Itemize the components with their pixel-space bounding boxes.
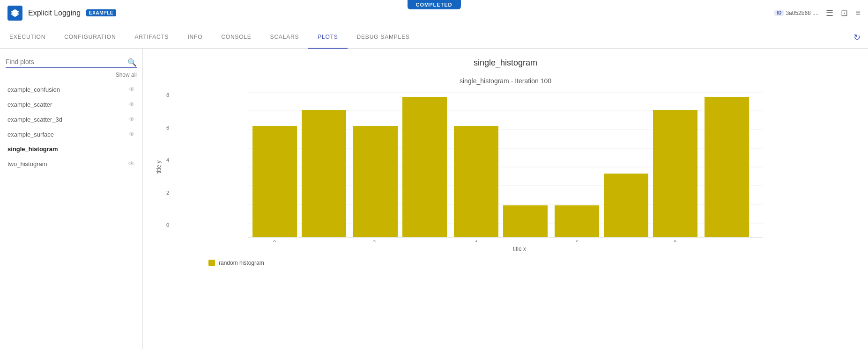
layout-icon[interactable]: ⊡ xyxy=(841,8,848,18)
eye-off-icon: 👁 xyxy=(128,131,135,138)
sidebar-item-label: two_histogram xyxy=(7,160,47,167)
top-bar-right: ID 3a052b68 .... ☰ ⊡ ≡ xyxy=(774,8,861,18)
eye-off-icon: 👁 xyxy=(128,116,135,123)
bar-4 xyxy=(454,126,498,237)
x-tick-4: 4 xyxy=(475,240,477,242)
tab-scalars[interactable]: SCALARS xyxy=(261,26,309,49)
eye-off-icon: 👁 xyxy=(128,86,135,93)
chart-title: single_histogram xyxy=(143,58,868,68)
tab-configuration[interactable]: CONFIGURATION xyxy=(55,26,125,49)
bar-5 xyxy=(503,205,548,237)
sidebar-item-two-histogram[interactable]: two_histogram 👁 xyxy=(6,156,137,171)
sidebar-item-label: example_scatter xyxy=(7,101,52,108)
bar-7 xyxy=(604,174,648,237)
nav-tabs: EXECUTION CONFIGURATION ARTIFACTS INFO C… xyxy=(0,26,868,49)
show-all-row: Show all xyxy=(6,72,137,78)
id-badge: ID 3a052b68 .... xyxy=(774,10,818,16)
tab-info[interactable]: INFO xyxy=(178,26,212,49)
legend: random histogram xyxy=(208,260,849,266)
x-tick-2: 2 xyxy=(373,240,376,242)
sidebar-item-label: example_scatter_3d xyxy=(7,116,62,123)
bar-2 xyxy=(353,126,398,237)
bar-6 xyxy=(555,205,599,237)
tab-execution[interactable]: EXECUTION xyxy=(0,26,55,49)
sidebar-item-label: example_confusion xyxy=(7,86,60,93)
sidebar-item-label: single_histogram xyxy=(7,145,58,153)
chart-subtitle: single_histogram - Iteration 100 xyxy=(162,77,849,85)
y-tick-8: 8 xyxy=(166,92,169,98)
id-value: 3a052b68 .... xyxy=(786,10,818,16)
top-bar: Explicit Logging EXAMPLE COMPLETED ID 3a… xyxy=(0,0,868,26)
sidebar: 🔍 Show all example_confusion 👁 example_s… xyxy=(0,49,143,349)
y-tick-2: 2 xyxy=(166,190,169,196)
nav-right: ↻ xyxy=(853,32,868,43)
completed-badge: COMPLETED xyxy=(407,0,460,9)
chart-container: single_histogram - Iteration 100 8 6 4 2… xyxy=(143,77,868,266)
example-badge: EXAMPLE xyxy=(86,9,116,16)
sidebar-item-single-histogram[interactable]: single_histogram xyxy=(6,142,137,156)
app-title: Explicit Logging xyxy=(28,9,81,17)
show-all-button[interactable]: Show all xyxy=(116,72,137,78)
bar-3 xyxy=(402,97,447,237)
refresh-icon[interactable]: ↻ xyxy=(853,33,861,42)
doc-icon[interactable]: ☰ xyxy=(826,8,833,18)
eye-off-icon: 👁 xyxy=(128,101,135,108)
sidebar-item-example-scatter-3d[interactable]: example_scatter_3d 👁 xyxy=(6,112,137,127)
tab-debug-samples[interactable]: DEBUG SAMPLES xyxy=(348,26,419,49)
search-icon: 🔍 xyxy=(127,58,137,66)
content-area: single_histogram single_histogram - Iter… xyxy=(143,49,868,349)
y-tick-6: 6 xyxy=(166,125,169,131)
logo-icon xyxy=(7,6,22,21)
legend-label: random histogram xyxy=(219,260,264,266)
tab-plots[interactable]: PLOTS xyxy=(308,26,347,49)
sidebar-item-example-scatter[interactable]: example_scatter 👁 xyxy=(6,97,137,112)
histogram-chart: 0 2 4 6 8 xyxy=(190,92,821,242)
bar-9 xyxy=(705,97,749,237)
y-tick-4: 4 xyxy=(166,157,169,163)
y-tick-0: 0 xyxy=(166,222,169,228)
bar-0 xyxy=(252,126,297,237)
bar-8 xyxy=(653,110,697,237)
eye-off-icon: 👁 xyxy=(128,160,135,167)
sidebar-item-example-surface[interactable]: example_surface 👁 xyxy=(6,127,137,142)
bar-1 xyxy=(302,110,346,237)
y-axis-label: title y xyxy=(156,160,162,174)
sidebar-item-label: example_surface xyxy=(7,131,54,138)
top-bar-left: Explicit Logging EXAMPLE xyxy=(7,6,116,21)
menu-icon[interactable]: ≡ xyxy=(855,8,861,18)
search-container: 🔍 xyxy=(6,56,137,68)
tab-console[interactable]: CONSOLE xyxy=(212,26,260,49)
x-tick-6: 6 xyxy=(576,240,579,242)
sidebar-item-example-confusion[interactable]: example_confusion 👁 xyxy=(6,82,137,97)
id-label: ID xyxy=(774,10,784,16)
legend-color xyxy=(208,260,215,266)
search-input[interactable] xyxy=(6,56,137,68)
tab-artifacts[interactable]: ARTIFACTS xyxy=(125,26,178,49)
x-tick-8: 8 xyxy=(674,240,676,242)
x-tick-0: 0 xyxy=(273,240,276,242)
main-layout: 🔍 Show all example_confusion 👁 example_s… xyxy=(0,49,868,349)
x-axis-label: title x xyxy=(190,246,849,252)
